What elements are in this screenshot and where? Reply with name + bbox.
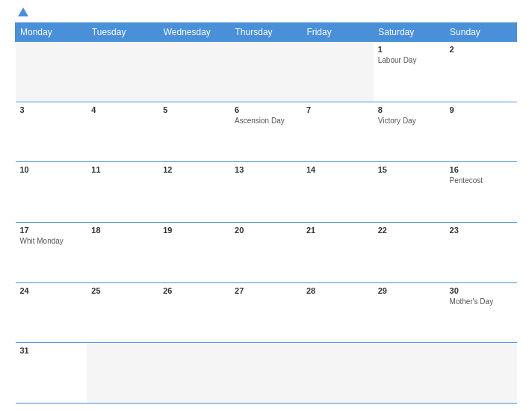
day-number: 9 (450, 105, 513, 114)
day-number: 1 (378, 45, 441, 54)
calendar-cell: 17Whit Monday (16, 222, 87, 282)
calendar-cell: 21 (302, 222, 374, 282)
day-number: 18 (91, 226, 154, 235)
calendar-cell: 10 (16, 162, 87, 223)
calendar-header (15, 7, 517, 16)
calendar-cell: 13 (230, 162, 302, 223)
calendar-cell (158, 343, 230, 404)
logo (15, 7, 28, 16)
calendar-week-1: 1Labour Day2 (16, 42, 517, 102)
calendar-cell: 9 (445, 102, 517, 162)
col-header-friday: Friday (302, 23, 374, 42)
day-number: 13 (235, 165, 297, 174)
calendar-cell: 27 (230, 282, 302, 343)
calendar-cell: 4 (87, 102, 158, 162)
calendar-week-5: 24252627282930Mother's Day (16, 282, 517, 343)
day-number: 26 (163, 286, 226, 295)
day-number: 14 (306, 165, 369, 174)
col-header-wednesday: Wednesday (158, 23, 230, 42)
calendar-week-3: 10111213141516Pentecost (16, 162, 517, 223)
calendar-cell: 3 (16, 102, 87, 162)
calendar-cell (302, 42, 374, 102)
day-number: 29 (378, 286, 441, 295)
calendar-week-6: 31 (16, 343, 517, 404)
calendar-week-2: 3456Ascension Day78Victory Day9 (16, 102, 517, 162)
calendar-cell: 29 (374, 282, 445, 343)
calendar-cell: 6Ascension Day (230, 102, 302, 162)
calendar-cell (302, 343, 374, 404)
calendar-cell: 28 (302, 282, 374, 343)
calendar-cell: 15 (374, 162, 445, 223)
day-number: 17 (20, 226, 83, 235)
col-header-thursday: Thursday (230, 23, 302, 42)
calendar-cell: 16Pentecost (445, 162, 517, 223)
calendar-cell (87, 343, 158, 404)
calendar-cell (16, 42, 87, 102)
col-header-saturday: Saturday (374, 23, 445, 42)
day-number: 3 (20, 105, 83, 114)
day-number: 6 (235, 105, 297, 114)
col-header-monday: Monday (16, 23, 87, 42)
day-number: 19 (163, 226, 226, 235)
day-number: 2 (450, 45, 513, 54)
holiday-label: Whit Monday (20, 237, 64, 245)
calendar-cell (87, 42, 158, 102)
calendar-cell: 31 (16, 343, 87, 404)
calendar-cell: 20 (230, 222, 302, 282)
calendar-cell (230, 343, 302, 404)
holiday-label: Ascension Day (235, 117, 285, 125)
logo-blue-text (15, 7, 28, 16)
day-number: 11 (91, 165, 154, 174)
calendar-cell (445, 343, 517, 404)
col-header-sunday: Sunday (445, 23, 517, 42)
day-number: 23 (450, 226, 513, 235)
holiday-label: Pentecost (450, 176, 483, 185)
holiday-label: Labour Day (378, 56, 417, 64)
calendar-cell: 30Mother's Day (445, 282, 517, 343)
calendar-cell (158, 42, 230, 102)
calendar-week-4: 17Whit Monday181920212223 (16, 222, 517, 282)
day-number: 25 (91, 286, 154, 295)
calendar-cell: 18 (87, 222, 158, 282)
calendar-cell: 8Victory Day (374, 102, 445, 162)
col-header-tuesday: Tuesday (87, 23, 158, 42)
calendar-cell (230, 42, 302, 102)
calendar-cell: 14 (302, 162, 374, 223)
calendar-cell: 5 (158, 102, 230, 162)
calendar-cell: 11 (87, 162, 158, 223)
calendar-cell: 7 (302, 102, 374, 162)
day-number: 4 (91, 105, 154, 114)
day-number: 7 (306, 105, 369, 114)
calendar-cell: 19 (158, 222, 230, 282)
day-number: 30 (450, 286, 513, 295)
calendar-body: 1Labour Day23456Ascension Day78Victory D… (16, 42, 517, 404)
holiday-label: Victory Day (378, 117, 416, 125)
calendar-table: MondayTuesdayWednesdayThursdayFridaySatu… (15, 22, 517, 404)
day-number: 15 (378, 165, 441, 174)
calendar-cell: 12 (158, 162, 230, 223)
calendar-cell (374, 343, 445, 404)
calendar-cell: 1Labour Day (374, 42, 445, 102)
calendar-cell: 2 (445, 42, 517, 102)
day-number: 28 (306, 286, 369, 295)
holiday-label: Mother's Day (450, 297, 494, 306)
day-number: 12 (163, 165, 226, 174)
calendar-header-row: MondayTuesdayWednesdayThursdayFridaySatu… (16, 23, 517, 42)
day-number: 22 (378, 226, 441, 235)
day-number: 20 (235, 226, 297, 235)
day-number: 21 (306, 226, 369, 235)
day-number: 5 (163, 105, 226, 114)
calendar-cell: 22 (374, 222, 445, 282)
day-number: 24 (20, 286, 83, 295)
day-number: 27 (235, 286, 297, 295)
calendar-cell: 24 (16, 282, 87, 343)
day-number: 31 (20, 346, 83, 355)
logo-triangle-icon (18, 7, 28, 16)
day-number: 8 (378, 105, 441, 114)
calendar-cell: 23 (445, 222, 517, 282)
day-number: 10 (20, 165, 83, 174)
day-number: 16 (450, 165, 513, 174)
calendar-cell: 26 (158, 282, 230, 343)
calendar-cell: 25 (87, 282, 158, 343)
